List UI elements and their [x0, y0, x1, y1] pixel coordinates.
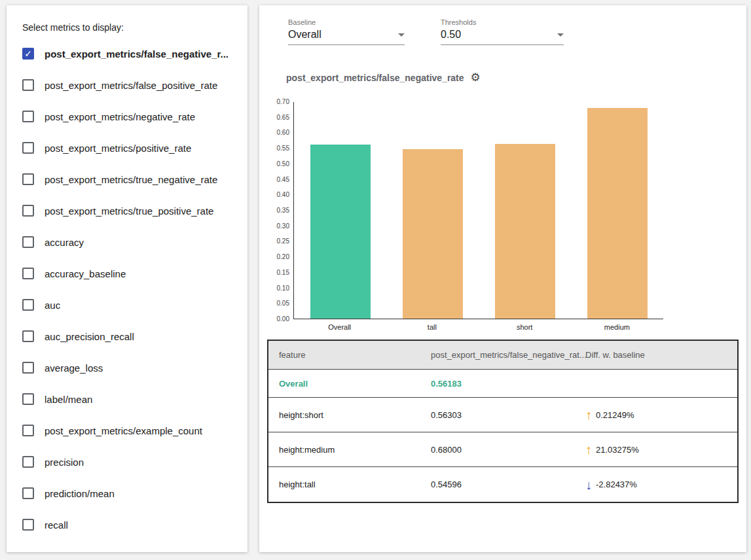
x-tick-label: tall [393, 323, 471, 331]
checkbox-unchecked-icon[interactable] [22, 362, 34, 374]
y-tick-label: 0.10 [267, 285, 289, 292]
metrics-list: ✓post_export_metrics/false_negative_r...… [22, 38, 237, 540]
checkbox-unchecked-icon[interactable] [22, 173, 34, 185]
arrow-up-icon: ↑ [585, 408, 592, 421]
metric-item[interactable]: ✓post_export_metrics/false_negative_r... [22, 38, 237, 69]
y-tick-label: 0.00 [267, 315, 289, 323]
metric-label: accuracy [45, 237, 84, 248]
chevron-down-icon [398, 33, 405, 37]
plot-area [293, 102, 663, 319]
metrics-table: feature post_export_metrics/false_negati… [267, 340, 739, 503]
table-body: Overall0.56183height:short0.56303↑0.2124… [268, 370, 737, 502]
bar-Overall[interactable] [310, 145, 371, 319]
bar-medium[interactable] [587, 108, 648, 319]
checkbox-unchecked-icon[interactable] [22, 425, 34, 436]
value-cell: 0.68000 [431, 445, 585, 455]
y-tick-label: 0.35 [267, 207, 289, 214]
metrics-selector-panel: Select metrics to display: ✓post_export_… [7, 5, 247, 552]
bar-chart: 0.000.050.100.150.200.250.300.350.400.45… [268, 97, 687, 339]
table-row[interactable]: height:tall0.54596↓-2.82437% [268, 467, 737, 502]
metric-label: post_export_metrics/example_count [45, 425, 202, 436]
baseline-select[interactable]: Overall [288, 29, 405, 45]
checkbox-unchecked-icon[interactable] [22, 393, 34, 405]
y-tick-label: 0.60 [267, 129, 289, 136]
y-tick-label: 0.50 [267, 160, 289, 167]
checkbox-unchecked-icon[interactable] [22, 299, 34, 311]
metric-label: post_export_metrics/true_negative_rate [45, 174, 217, 185]
baseline-select-value: Overall [288, 29, 321, 41]
metric-item[interactable]: recall [22, 509, 237, 540]
metric-item[interactable]: post_export_metrics/negative_rate [22, 101, 237, 132]
results-panel: Baseline Overall Thresholds 0.50 post_ex… [259, 5, 746, 552]
bar-short[interactable] [495, 144, 555, 319]
metric-item[interactable]: auc [22, 289, 237, 321]
y-tick-label: 0.45 [267, 176, 289, 183]
metric-item[interactable]: average_loss [22, 352, 237, 383]
metric-item[interactable]: post_export_metrics/false_positive_rate [22, 69, 237, 101]
value-cell: 0.56303 [431, 410, 585, 420]
metric-item[interactable]: post_export_metrics/example_count [22, 415, 237, 446]
metric-label: prediction/mean [45, 488, 115, 499]
metric-label: post_export_metrics/positive_rate [45, 143, 191, 154]
metric-label: post_export_metrics/false_positive_rate [45, 80, 217, 91]
checkbox-unchecked-icon[interactable] [22, 330, 34, 342]
checkbox-unchecked-icon[interactable] [22, 205, 34, 217]
metric-item[interactable]: prediction/mean [22, 478, 237, 509]
checkbox-checked-icon[interactable]: ✓ [22, 48, 34, 60]
arrow-up-icon: ↑ [585, 443, 592, 456]
metric-label: label/mean [45, 394, 92, 405]
table-row[interactable]: Overall0.56183 [268, 370, 737, 398]
y-axis: 0.000.050.100.150.200.250.300.350.400.45… [268, 102, 291, 319]
feature-cell: height:medium [279, 445, 431, 455]
y-tick-label: 0.25 [267, 237, 289, 245]
table-header-metric: post_export_metrics/false_negative_rat..… [431, 350, 585, 360]
table-row[interactable]: height:medium0.68000↑21.03275% [268, 432, 737, 467]
y-tick-label: 0.05 [267, 300, 289, 307]
chevron-down-icon [557, 33, 564, 37]
chart-header: post_export_metrics/false_negative_rate … [286, 72, 481, 83]
baseline-select-field: Baseline Overall [288, 18, 405, 45]
diff-cell: ↓-2.82437% [585, 478, 737, 491]
metric-item[interactable]: post_export_metrics/true_negative_rate [22, 164, 237, 195]
bar-tall[interactable] [403, 149, 463, 319]
arrow-down-icon: ↓ [585, 478, 592, 491]
checkbox-unchecked-icon[interactable] [22, 111, 34, 122]
thresholds-select-field: Thresholds 0.50 [441, 18, 564, 45]
chart-title: post_export_metrics/false_negative_rate [286, 73, 464, 83]
thresholds-select[interactable]: 0.50 [441, 29, 564, 45]
checkbox-unchecked-icon[interactable] [22, 79, 34, 91]
x-axis-labels: Overalltallshortmedium [293, 323, 663, 334]
feature-cell: height:short [279, 410, 431, 420]
metric-item[interactable]: post_export_metrics/positive_rate [22, 132, 237, 164]
baseline-select-label: Baseline [288, 18, 405, 26]
metric-item[interactable]: accuracy_baseline [22, 258, 237, 289]
y-tick-label: 0.65 [267, 114, 289, 121]
checkbox-unchecked-icon[interactable] [22, 487, 34, 499]
metric-label: precision [45, 457, 84, 468]
checkbox-unchecked-icon[interactable] [22, 268, 34, 279]
checkbox-unchecked-icon[interactable] [22, 519, 34, 531]
feature-cell: height:tall [279, 480, 431, 489]
y-tick-label: 0.20 [267, 253, 289, 260]
gear-icon[interactable]: ⚙ [471, 72, 481, 83]
y-tick-label: 0.30 [267, 222, 289, 230]
checkbox-unchecked-icon[interactable] [22, 236, 34, 248]
metric-label: post_export_metrics/true_positive_rate [45, 205, 213, 217]
checkbox-unchecked-icon[interactable] [22, 456, 34, 468]
diff-value: 21.03275% [596, 445, 639, 455]
checkbox-unchecked-icon[interactable] [22, 142, 34, 154]
metrics-panel-title: Select metrics to display: [22, 22, 237, 33]
metric-item[interactable]: post_export_metrics/true_positive_rate [22, 195, 237, 226]
x-tick-label: Overall [301, 323, 379, 331]
table-row[interactable]: height:short0.56303↑0.21249% [268, 398, 737, 432]
y-tick-label: 0.70 [267, 98, 289, 105]
metric-item[interactable]: precision [22, 446, 237, 478]
y-tick-label: 0.55 [267, 145, 289, 152]
metric-item[interactable]: accuracy [22, 226, 237, 258]
x-tick-label: medium [577, 323, 656, 331]
metric-label: accuracy_baseline [45, 268, 126, 279]
metric-item[interactable]: label/mean [22, 383, 237, 415]
metric-item[interactable]: auc_precision_recall [22, 321, 237, 352]
thresholds-select-label: Thresholds [441, 18, 564, 26]
diff-value: 0.21249% [596, 410, 634, 420]
